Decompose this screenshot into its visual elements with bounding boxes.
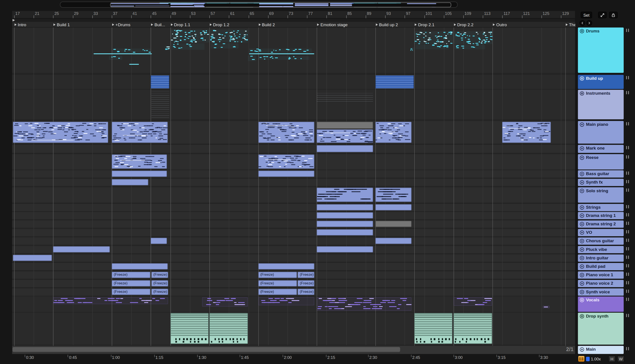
unfold-track-icon[interactable] <box>580 256 584 260</box>
clip-drop[interactable] <box>209 313 248 344</box>
track-grip[interactable] <box>626 347 629 350</box>
clip-dense[interactable] <box>165 46 170 51</box>
track-lane-instruments[interactable] <box>12 90 575 119</box>
clip-piano[interactable] <box>502 122 551 143</box>
clip-strings[interactable] <box>317 188 373 202</box>
track-grip[interactable] <box>626 290 629 293</box>
track-header-piano-voice-2[interactable]: Piano voice 2 <box>578 280 624 287</box>
track-grip[interactable] <box>626 281 629 284</box>
unfold-track-icon[interactable] <box>580 281 584 286</box>
clip-piano[interactable] <box>112 122 168 143</box>
track-header-drop-synth[interactable]: Drop synth <box>578 313 624 345</box>
unfold-track-icon[interactable] <box>580 239 584 244</box>
track-header-synth-fx[interactable]: Synth fx <box>578 179 624 186</box>
section-marker[interactable]: The E <box>566 22 576 27</box>
group-track-icon[interactable] <box>580 29 584 34</box>
track-grip[interactable] <box>626 298 629 301</box>
clip-vocal[interactable] <box>202 297 248 307</box>
track-header-solo-string[interactable]: Solo string <box>578 187 624 203</box>
track-lane-strings[interactable] <box>12 204 575 211</box>
unfold-track-icon[interactable] <box>580 230 584 235</box>
clip-ghost[interactable] <box>317 93 373 103</box>
clip-sparse[interactable] <box>455 44 485 49</box>
clip-solid[interactable] <box>317 229 373 235</box>
track-lane-intro-guitar[interactable] <box>12 254 575 262</box>
track-grip[interactable] <box>626 264 629 268</box>
track-lane-drama-string-1[interactable] <box>12 212 575 219</box>
track-lane-build-up[interactable] <box>12 75 575 89</box>
clip-solid[interactable] <box>151 238 167 244</box>
clip-sparse[interactable] <box>248 55 256 61</box>
clip-sparse[interactable] <box>210 43 239 49</box>
section-marker[interactable]: Drop 1.1 <box>171 22 190 27</box>
clip-solid[interactable] <box>112 179 148 185</box>
clip-solid[interactable] <box>375 238 411 244</box>
clip-vocal[interactable] <box>543 306 550 308</box>
unfold-track-icon[interactable] <box>580 347 584 352</box>
unfold-track-icon[interactable] <box>580 205 584 210</box>
clip-solid[interactable] <box>13 255 52 261</box>
clip-ghost[interactable] <box>151 91 169 118</box>
clip-freeze[interactable]: (Freeze) <box>258 272 297 278</box>
follow-icon[interactable] <box>578 356 584 362</box>
track-grip[interactable] <box>626 230 629 234</box>
clip-vocal[interactable] <box>454 297 492 306</box>
section-marker[interactable]: Build 2 <box>259 22 275 27</box>
unfold-track-icon[interactable] <box>580 290 584 294</box>
clip-dense[interactable] <box>414 31 454 44</box>
track-lane-solo-string[interactable] <box>12 187 575 203</box>
clip-piano[interactable] <box>112 154 167 169</box>
group-track-icon[interactable] <box>580 298 584 303</box>
unfold-track-icon[interactable] <box>580 264 584 269</box>
clip-solid[interactable] <box>317 246 373 252</box>
track-header-instruments[interactable]: Instruments <box>578 90 624 119</box>
section-marker[interactable]: Buil... <box>151 22 165 27</box>
track-grip[interactable] <box>626 29 629 32</box>
clip-riser[interactable] <box>151 75 169 89</box>
track-lane-vo[interactable] <box>12 229 575 236</box>
clip-solid[interactable] <box>317 204 373 210</box>
unfold-track-icon[interactable] <box>580 222 584 226</box>
clip-riser[interactable] <box>375 75 414 89</box>
track-grip[interactable] <box>626 146 629 149</box>
clip-piano[interactable] <box>375 122 411 143</box>
group-track-icon[interactable] <box>580 91 584 96</box>
clip-gray[interactable] <box>317 122 373 129</box>
section-marker[interactable]: +Drums <box>112 22 130 27</box>
unfold-down-icon[interactable] <box>580 155 584 160</box>
clip-strings[interactable] <box>375 188 411 202</box>
clip-sparse[interactable] <box>415 44 449 49</box>
track-header-bass-guitar[interactable]: Bass guitar <box>578 170 624 178</box>
clip-vocal[interactable] <box>317 297 412 311</box>
clip-freeze[interactable]: (Freeze) <box>112 272 150 278</box>
track-lane-synth-fx[interactable] <box>12 179 575 186</box>
track-lane-chorus-guitar[interactable] <box>12 237 575 245</box>
track-grip[interactable] <box>626 188 629 192</box>
track-lane-drama-string-2[interactable] <box>12 220 575 228</box>
clip-sparse[interactable] <box>258 56 309 60</box>
track-header-pluck-vibe[interactable]: Pluck vibe <box>578 246 624 253</box>
clip-piano[interactable] <box>258 154 314 169</box>
track-grip[interactable] <box>626 180 629 183</box>
unfold-track-icon[interactable] <box>580 180 584 185</box>
unfold-down-icon[interactable] <box>580 122 584 127</box>
clip-freeze[interactable]: (Freeze) <box>298 280 314 286</box>
track-grip[interactable] <box>626 172 629 175</box>
clip-freeze[interactable]: (Freeze) <box>151 280 168 286</box>
clip-freeze[interactable]: (Freeze) <box>112 289 150 295</box>
arrangement-area[interactable]: 1721252933374145495357616569737781858993… <box>0 0 576 364</box>
track-header-piano-voice-1[interactable]: Piano voice 1 <box>578 271 624 279</box>
track-grip[interactable] <box>626 213 629 216</box>
track-grip[interactable] <box>626 273 629 276</box>
clip-solid[interactable] <box>112 171 167 177</box>
section-marker[interactable]: Drop 1.2 <box>210 22 229 27</box>
track-header-main-piano[interactable]: Main piano <box>578 121 624 144</box>
clip-piano[interactable] <box>13 122 108 143</box>
clip-dense[interactable] <box>454 31 492 44</box>
clip-dense[interactable] <box>410 47 414 51</box>
clip-freeze[interactable]: (Freeze) <box>258 289 297 295</box>
clip-vocal[interactable] <box>258 297 314 305</box>
clip-sparse[interactable] <box>171 43 204 50</box>
group-track-icon[interactable] <box>580 76 584 81</box>
track-grip[interactable] <box>626 205 629 208</box>
